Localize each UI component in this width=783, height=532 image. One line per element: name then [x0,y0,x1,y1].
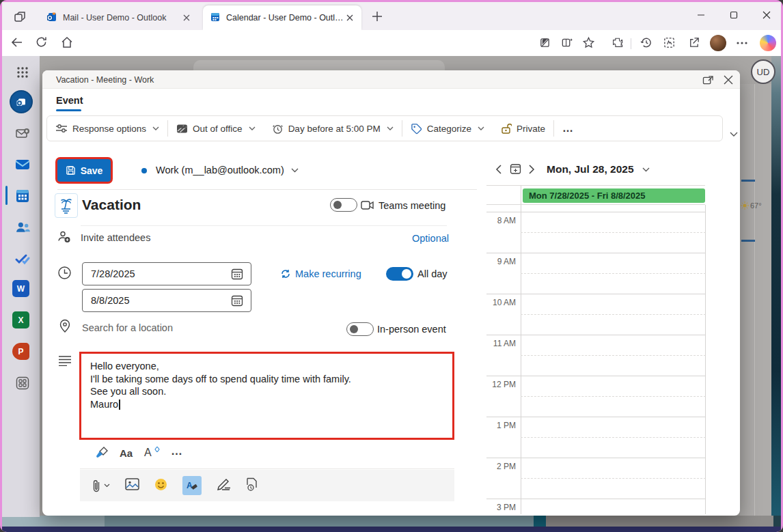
draw-pen-button[interactable] [217,478,231,493]
date-picker-icon[interactable] [231,268,243,283]
screenshot-snip-icon[interactable] [663,36,676,49]
end-date-input[interactable] [82,289,251,312]
favorites-star-icon[interactable] [582,36,595,49]
font-options-button[interactable]: Aa [120,447,133,459]
ribbon-collapse-chevron-icon[interactable] [730,132,738,137]
emoji-button[interactable] [154,478,167,494]
font-size-button[interactable]: A [144,447,160,459]
people-icon[interactable] [14,219,31,236]
reminder-button[interactable]: Day before at 5:00 PM [264,116,402,141]
event-title-input[interactable]: Vacation [82,197,141,213]
minimize-button[interactable] [691,6,711,24]
app-launcher-icon[interactable] [14,64,31,81]
history-icon[interactable] [640,36,652,49]
time-slot[interactable]: 8 AM [486,212,706,253]
description-editor[interactable]: Hello everyone, I'll be taking some days… [79,352,454,440]
time-slot[interactable]: 9 AM [486,253,706,294]
start-date-input[interactable] [82,262,251,285]
divider [81,225,447,226]
outlook-profile-icon[interactable] [10,90,33,113]
calendar-color-dot [141,168,147,173]
calendar-account-selector[interactable]: Work (m__lab@outlook.com) [156,165,299,176]
make-recurring-link[interactable]: Make recurring [295,268,361,279]
teams-meeting-toggle[interactable] [330,198,357,212]
private-button[interactable]: Private [493,116,553,141]
time-slot[interactable]: 1 PM [486,417,706,458]
time-slot[interactable]: 11 AM [486,335,706,376]
powerpoint-icon[interactable]: P [12,343,29,360]
event-emoji-icon[interactable] [55,193,78,218]
chevron-down-icon [291,168,299,173]
next-day-icon[interactable] [529,165,535,177]
background-photo-strip [771,56,781,517]
time-slot[interactable]: 3 PM [486,499,706,514]
new-mail-icon[interactable] [14,125,31,143]
home-icon[interactable] [60,36,74,49]
categorize-button[interactable]: Categorize [402,116,493,141]
tab-close-icon[interactable] [180,12,193,24]
close-dialog-icon[interactable] [724,75,733,87]
back-icon[interactable] [10,36,24,49]
calendar-app-icon[interactable] [14,187,31,205]
optional-link[interactable]: Optional [412,233,449,244]
browser-more-icon[interactable] [736,41,748,45]
previous-day-icon[interactable] [495,165,502,177]
selected-app-indicator [5,186,8,205]
chevron-down-icon [387,126,394,130]
profile-avatar[interactable] [710,35,726,51]
excel-icon[interactable]: X [12,311,29,328]
time-slot[interactable]: 2 PM [486,458,706,499]
video-camera-icon [361,200,374,213]
loop-component-button[interactable] [246,477,258,494]
share-icon[interactable] [687,36,700,49]
tab-close-icon[interactable] [344,12,356,24]
more-apps-icon[interactable] [14,374,31,392]
invite-attendees-field[interactable]: Invite attendees [81,232,150,243]
popout-icon[interactable] [702,75,714,88]
outlook-calendar-favicon [210,12,221,25]
outlook-mail-favicon [46,12,57,25]
format-painter-icon[interactable] [95,446,109,462]
day-grid: 8 AM 9 AM 10 AM 11 AM 12 PM 1 PM 2 PM 3 … [486,205,706,514]
screenshot-blocked-icon[interactable] [539,37,551,48]
maximize-button[interactable] [724,6,744,24]
clear-formatting-button-selected[interactable]: A [182,476,202,495]
go-to-date-icon[interactable] [510,163,521,178]
chevron-down-icon [478,126,484,130]
all-day-event-bar[interactable]: Mon 7/28/2025 - Fri 8/8/2025 [523,188,705,203]
all-day-toggle[interactable] [386,267,413,281]
in-person-toggle[interactable] [346,322,374,336]
event-ribbon: Response options Out of office Day befor… [46,115,723,141]
time-slot[interactable]: 10 AM [486,294,706,335]
app-rail: W X P [2,56,40,517]
todo-icon[interactable] [14,250,31,268]
show-as-button[interactable]: Out of office [168,116,264,141]
split-screen-icon[interactable] [561,37,573,48]
sliders-icon [55,123,68,134]
insert-image-button[interactable] [125,478,139,493]
word-icon[interactable]: W [12,280,29,297]
save-button[interactable]: Save [57,159,111,182]
tab-calendar[interactable]: Calendar - User Demo - Outlook [203,5,361,30]
tab-workspaces-icon[interactable] [12,9,27,27]
copilot-icon[interactable] [760,35,776,51]
day-panel-date-selector[interactable]: Mon, Jul 28, 2025 [547,163,650,176]
divider [57,189,477,190]
extensions-puzzle-icon[interactable] [612,36,624,48]
close-window-button[interactable] [756,6,777,24]
save-floppy-icon [66,165,76,176]
time-slot[interactable]: 12 PM [486,376,706,417]
tab-mail[interactable]: Mail - User Demo - Outlook [40,5,198,30]
location-input[interactable] [82,322,260,333]
clock-icon [57,266,72,283]
attach-file-button[interactable] [92,479,110,493]
tab-event[interactable]: Event [56,95,83,106]
date-picker-icon[interactable] [231,294,243,309]
format-more-button[interactable]: … [171,445,182,458]
background-calendar-strip: 67° [740,84,774,516]
mail-icon[interactable] [14,156,31,173]
new-tab-button[interactable] [371,10,383,25]
refresh-icon[interactable] [35,36,48,48]
response-options-button[interactable]: Response options [47,116,167,141]
ribbon-more-button[interactable]: … [554,116,581,141]
